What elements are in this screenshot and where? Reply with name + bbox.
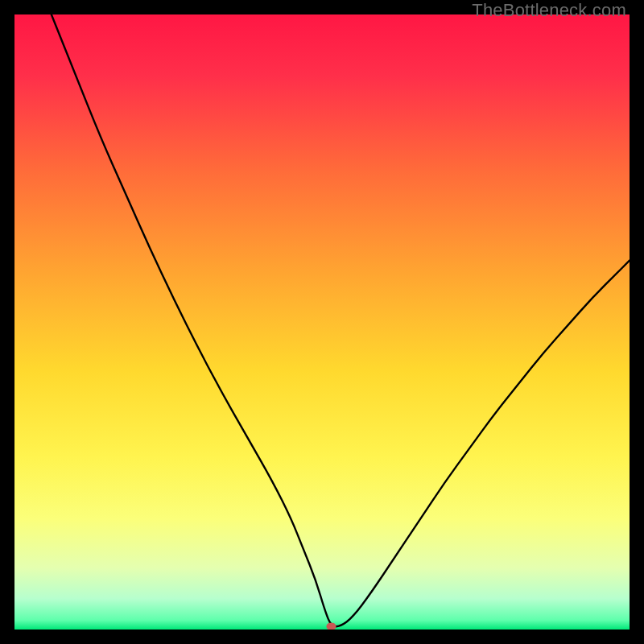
watermark-text: TheBottleneck.com: [472, 0, 626, 21]
gradient-background: [14, 14, 630, 630]
chart-svg: [14, 14, 630, 630]
optimal-point-marker: [326, 623, 336, 630]
chart-frame: [14, 14, 630, 630]
